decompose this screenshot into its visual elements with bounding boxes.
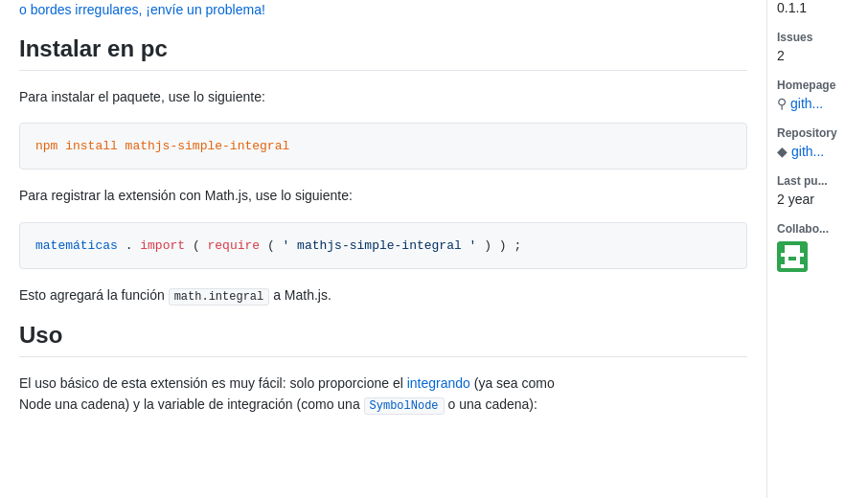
- code-dot: .: [126, 238, 141, 253]
- svg-rect-5: [788, 260, 796, 264]
- issues-label: Issues: [777, 31, 858, 44]
- svg-rect-4: [796, 257, 800, 264]
- svg-rect-2: [781, 253, 804, 257]
- issues-section: Issues 2: [777, 31, 858, 63]
- uso-divider: [19, 356, 747, 357]
- uso-text-1: El uso básico de esta extensión es muy f…: [19, 375, 555, 391]
- repository-label: Repository: [777, 126, 858, 140]
- code-paren3: ) ) ;: [484, 238, 521, 253]
- version-section: 0.1.1: [777, 0, 858, 15]
- homepage-link-text: gith...: [790, 96, 823, 111]
- svg-rect-3: [785, 257, 788, 264]
- code-paren2: (: [267, 238, 283, 253]
- uso-text-3: o una cadena):: [445, 396, 537, 412]
- avatar-pixel-art: [777, 241, 808, 272]
- svg-rect-1: [785, 245, 800, 253]
- last-pub-label: Last pu...: [777, 174, 858, 188]
- uso-para: El uso básico de esta extensión es muy f…: [19, 373, 747, 417]
- main-content: o bordes irregulares, ¡envíe un problema…: [0, 0, 766, 498]
- repository-link-text: gith...: [791, 144, 824, 159]
- homepage-link[interactable]: ⚲ gith...: [777, 96, 858, 111]
- install-divider: [19, 70, 747, 71]
- import-code-block: matemáticas . import ( require ( ' mathj…: [19, 222, 747, 269]
- diamond-icon: ◆: [777, 144, 788, 159]
- svg-rect-6: [781, 264, 804, 268]
- uso-symbolnode-code: SymbolNode: [364, 397, 445, 415]
- esto-code: math.integral: [169, 288, 270, 306]
- last-pub-value: 2 year: [777, 192, 858, 207]
- code-string: ' mathjs-simple-integral ': [283, 238, 477, 253]
- code-import: import: [140, 238, 185, 253]
- last-pub-section: Last pu... 2 year: [777, 174, 858, 207]
- uso-text-2: Node una cadena) y la variable de integr…: [19, 396, 364, 412]
- code-paren1: (: [193, 238, 208, 253]
- intro-text: o bordes irregulares, ¡envíe un problema…: [19, 0, 747, 20]
- esto-text-1: Esto agregará la función: [19, 287, 169, 303]
- install-para: Para instalar el paquete, use lo siguien…: [19, 86, 747, 107]
- esto-text-2: a Math.js.: [269, 287, 331, 303]
- contributor-avatar[interactable]: [777, 241, 808, 272]
- integrando-link[interactable]: integrando: [407, 375, 470, 391]
- sidebar: 0.1.1 Issues 2 Homepage ⚲ gith... Reposi…: [766, 0, 868, 498]
- collab-section: Collabo...: [777, 222, 858, 272]
- problem-link[interactable]: ¡envíe un problema!: [146, 2, 265, 17]
- register-para: Para registrar la extensión con Math.js,…: [19, 185, 747, 206]
- homepage-section: Homepage ⚲ gith...: [777, 79, 858, 111]
- code-require: require: [207, 238, 260, 253]
- homepage-label: Homepage: [777, 79, 858, 92]
- npm-keyword: npm install mathjs-simple-integral: [35, 139, 289, 153]
- esto-para: Esto agregará la función math.integral a…: [19, 284, 747, 306]
- repository-link[interactable]: ◆ gith...: [777, 144, 858, 159]
- npm-code-block: npm install mathjs-simple-integral: [19, 123, 747, 170]
- link-icon: ⚲: [777, 96, 787, 111]
- install-title: Instalar en pc: [19, 35, 747, 62]
- version-value: 0.1.1: [777, 0, 858, 15]
- issues-value: 2: [777, 48, 858, 63]
- uso-title: Uso: [19, 322, 747, 349]
- code-matematicas: matemáticas: [35, 238, 118, 253]
- repository-section: Repository ◆ gith...: [777, 126, 858, 159]
- collab-label: Collabo...: [777, 222, 858, 236]
